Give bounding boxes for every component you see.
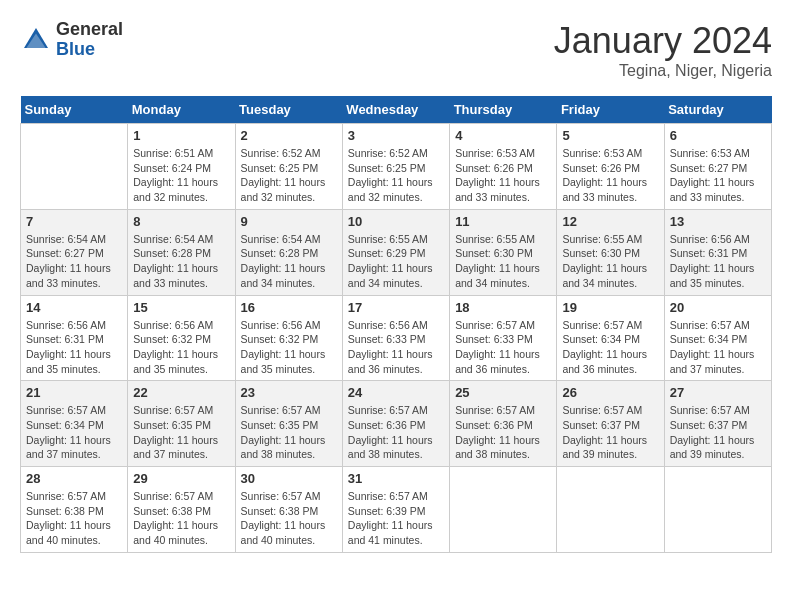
day-cell: 20Sunrise: 6:57 AMSunset: 6:34 PMDayligh… — [664, 295, 771, 381]
day-info: Sunrise: 6:57 AMSunset: 6:34 PMDaylight:… — [670, 318, 766, 377]
title-block: January 2024 Tegina, Niger, Nigeria — [554, 20, 772, 80]
day-info: Sunrise: 6:57 AMSunset: 6:38 PMDaylight:… — [133, 489, 229, 548]
day-number: 4 — [455, 128, 551, 143]
day-cell: 4Sunrise: 6:53 AMSunset: 6:26 PMDaylight… — [450, 124, 557, 210]
day-info: Sunrise: 6:57 AMSunset: 6:38 PMDaylight:… — [241, 489, 337, 548]
day-number: 8 — [133, 214, 229, 229]
day-cell — [664, 467, 771, 553]
day-cell: 11Sunrise: 6:55 AMSunset: 6:30 PMDayligh… — [450, 209, 557, 295]
day-info: Sunrise: 6:54 AMSunset: 6:28 PMDaylight:… — [241, 232, 337, 291]
month-title: January 2024 — [554, 20, 772, 62]
day-cell: 28Sunrise: 6:57 AMSunset: 6:38 PMDayligh… — [21, 467, 128, 553]
day-info: Sunrise: 6:57 AMSunset: 6:38 PMDaylight:… — [26, 489, 122, 548]
day-number: 26 — [562, 385, 658, 400]
day-info: Sunrise: 6:57 AMSunset: 6:36 PMDaylight:… — [455, 403, 551, 462]
day-number: 23 — [241, 385, 337, 400]
day-number: 29 — [133, 471, 229, 486]
day-cell: 3Sunrise: 6:52 AMSunset: 6:25 PMDaylight… — [342, 124, 449, 210]
week-row-4: 28Sunrise: 6:57 AMSunset: 6:38 PMDayligh… — [21, 467, 772, 553]
day-number: 3 — [348, 128, 444, 143]
day-cell: 30Sunrise: 6:57 AMSunset: 6:38 PMDayligh… — [235, 467, 342, 553]
day-info: Sunrise: 6:51 AMSunset: 6:24 PMDaylight:… — [133, 146, 229, 205]
calendar-header-row: SundayMondayTuesdayWednesdayThursdayFrid… — [21, 96, 772, 124]
day-info: Sunrise: 6:53 AMSunset: 6:26 PMDaylight:… — [562, 146, 658, 205]
header-thursday: Thursday — [450, 96, 557, 124]
day-cell: 31Sunrise: 6:57 AMSunset: 6:39 PMDayligh… — [342, 467, 449, 553]
day-cell — [450, 467, 557, 553]
day-info: Sunrise: 6:57 AMSunset: 6:39 PMDaylight:… — [348, 489, 444, 548]
day-cell: 15Sunrise: 6:56 AMSunset: 6:32 PMDayligh… — [128, 295, 235, 381]
day-number: 30 — [241, 471, 337, 486]
day-cell: 10Sunrise: 6:55 AMSunset: 6:29 PMDayligh… — [342, 209, 449, 295]
day-info: Sunrise: 6:57 AMSunset: 6:35 PMDaylight:… — [241, 403, 337, 462]
day-cell: 5Sunrise: 6:53 AMSunset: 6:26 PMDaylight… — [557, 124, 664, 210]
calendar-body: 1Sunrise: 6:51 AMSunset: 6:24 PMDaylight… — [21, 124, 772, 553]
day-cell — [21, 124, 128, 210]
day-cell: 25Sunrise: 6:57 AMSunset: 6:36 PMDayligh… — [450, 381, 557, 467]
day-number: 21 — [26, 385, 122, 400]
day-info: Sunrise: 6:56 AMSunset: 6:31 PMDaylight:… — [670, 232, 766, 291]
header-saturday: Saturday — [664, 96, 771, 124]
day-cell: 6Sunrise: 6:53 AMSunset: 6:27 PMDaylight… — [664, 124, 771, 210]
day-cell: 12Sunrise: 6:55 AMSunset: 6:30 PMDayligh… — [557, 209, 664, 295]
day-cell: 26Sunrise: 6:57 AMSunset: 6:37 PMDayligh… — [557, 381, 664, 467]
page-header: General Blue January 2024 Tegina, Niger,… — [20, 20, 772, 80]
day-info: Sunrise: 6:57 AMSunset: 6:34 PMDaylight:… — [26, 403, 122, 462]
day-info: Sunrise: 6:52 AMSunset: 6:25 PMDaylight:… — [241, 146, 337, 205]
day-cell: 16Sunrise: 6:56 AMSunset: 6:32 PMDayligh… — [235, 295, 342, 381]
day-info: Sunrise: 6:57 AMSunset: 6:37 PMDaylight:… — [562, 403, 658, 462]
day-number: 1 — [133, 128, 229, 143]
day-number: 18 — [455, 300, 551, 315]
day-info: Sunrise: 6:56 AMSunset: 6:31 PMDaylight:… — [26, 318, 122, 377]
day-cell: 19Sunrise: 6:57 AMSunset: 6:34 PMDayligh… — [557, 295, 664, 381]
day-cell: 8Sunrise: 6:54 AMSunset: 6:28 PMDaylight… — [128, 209, 235, 295]
day-info: Sunrise: 6:57 AMSunset: 6:34 PMDaylight:… — [562, 318, 658, 377]
day-number: 9 — [241, 214, 337, 229]
day-cell: 1Sunrise: 6:51 AMSunset: 6:24 PMDaylight… — [128, 124, 235, 210]
location: Tegina, Niger, Nigeria — [554, 62, 772, 80]
day-cell: 2Sunrise: 6:52 AMSunset: 6:25 PMDaylight… — [235, 124, 342, 210]
logo: General Blue — [20, 20, 123, 60]
calendar-table: SundayMondayTuesdayWednesdayThursdayFrid… — [20, 96, 772, 553]
day-info: Sunrise: 6:55 AMSunset: 6:29 PMDaylight:… — [348, 232, 444, 291]
day-number: 14 — [26, 300, 122, 315]
week-row-2: 14Sunrise: 6:56 AMSunset: 6:31 PMDayligh… — [21, 295, 772, 381]
day-cell: 24Sunrise: 6:57 AMSunset: 6:36 PMDayligh… — [342, 381, 449, 467]
day-number: 20 — [670, 300, 766, 315]
logo-blue: Blue — [56, 39, 95, 59]
day-number: 10 — [348, 214, 444, 229]
day-cell: 22Sunrise: 6:57 AMSunset: 6:35 PMDayligh… — [128, 381, 235, 467]
day-info: Sunrise: 6:55 AMSunset: 6:30 PMDaylight:… — [455, 232, 551, 291]
day-info: Sunrise: 6:55 AMSunset: 6:30 PMDaylight:… — [562, 232, 658, 291]
day-cell — [557, 467, 664, 553]
day-info: Sunrise: 6:53 AMSunset: 6:26 PMDaylight:… — [455, 146, 551, 205]
day-info: Sunrise: 6:57 AMSunset: 6:37 PMDaylight:… — [670, 403, 766, 462]
day-number: 13 — [670, 214, 766, 229]
day-cell: 17Sunrise: 6:56 AMSunset: 6:33 PMDayligh… — [342, 295, 449, 381]
day-number: 28 — [26, 471, 122, 486]
day-number: 15 — [133, 300, 229, 315]
day-info: Sunrise: 6:52 AMSunset: 6:25 PMDaylight:… — [348, 146, 444, 205]
header-monday: Monday — [128, 96, 235, 124]
week-row-1: 7Sunrise: 6:54 AMSunset: 6:27 PMDaylight… — [21, 209, 772, 295]
day-number: 17 — [348, 300, 444, 315]
day-cell: 27Sunrise: 6:57 AMSunset: 6:37 PMDayligh… — [664, 381, 771, 467]
week-row-3: 21Sunrise: 6:57 AMSunset: 6:34 PMDayligh… — [21, 381, 772, 467]
day-number: 16 — [241, 300, 337, 315]
day-info: Sunrise: 6:56 AMSunset: 6:33 PMDaylight:… — [348, 318, 444, 377]
day-cell: 18Sunrise: 6:57 AMSunset: 6:33 PMDayligh… — [450, 295, 557, 381]
day-number: 6 — [670, 128, 766, 143]
header-tuesday: Tuesday — [235, 96, 342, 124]
day-info: Sunrise: 6:56 AMSunset: 6:32 PMDaylight:… — [133, 318, 229, 377]
day-number: 19 — [562, 300, 658, 315]
day-cell: 29Sunrise: 6:57 AMSunset: 6:38 PMDayligh… — [128, 467, 235, 553]
day-cell: 14Sunrise: 6:56 AMSunset: 6:31 PMDayligh… — [21, 295, 128, 381]
logo-text: General Blue — [56, 20, 123, 60]
day-info: Sunrise: 6:57 AMSunset: 6:36 PMDaylight:… — [348, 403, 444, 462]
header-wednesday: Wednesday — [342, 96, 449, 124]
day-info: Sunrise: 6:57 AMSunset: 6:33 PMDaylight:… — [455, 318, 551, 377]
header-sunday: Sunday — [21, 96, 128, 124]
day-cell: 13Sunrise: 6:56 AMSunset: 6:31 PMDayligh… — [664, 209, 771, 295]
day-number: 22 — [133, 385, 229, 400]
day-info: Sunrise: 6:57 AMSunset: 6:35 PMDaylight:… — [133, 403, 229, 462]
